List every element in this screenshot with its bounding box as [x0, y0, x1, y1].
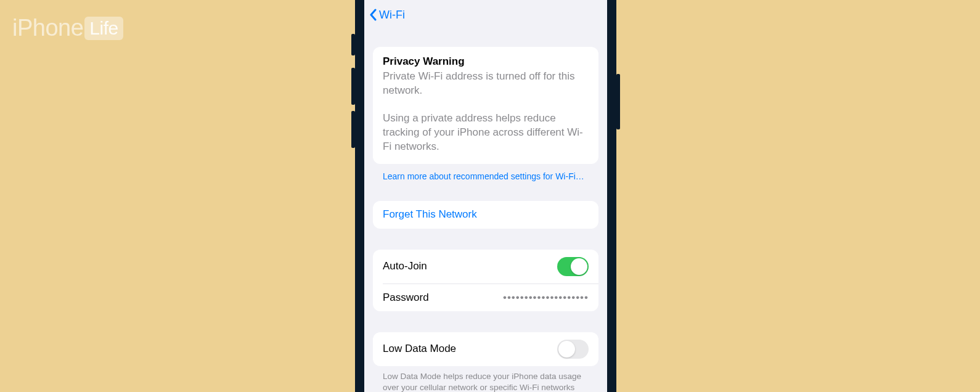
forget-network-label: Forget This Network — [383, 208, 477, 221]
low-data-toggle[interactable] — [557, 340, 589, 359]
watermark-suffix: Life — [84, 17, 123, 40]
privacy-warning-line2: Using a private address helps reduce tra… — [383, 112, 589, 154]
toggle-knob — [571, 258, 587, 275]
password-label: Password — [383, 292, 429, 304]
privacy-warning-body: Private Wi-Fi address is turned off for … — [383, 70, 589, 154]
low-data-description: Low Data Mode helps reduce your iPhone d… — [383, 371, 589, 392]
forget-network-button[interactable]: Forget This Network — [373, 201, 598, 229]
password-row[interactable]: Password •••••••••••••••••••• — [383, 284, 598, 311]
auto-join-label: Auto-Join — [383, 260, 427, 272]
network-settings-card: Auto-Join Password •••••••••••••••••••• — [373, 250, 598, 311]
back-button[interactable]: Wi-Fi — [369, 9, 405, 22]
forget-network-card: Forget This Network — [373, 201, 598, 229]
toggle-knob — [558, 341, 575, 357]
nav-bar: Wi-Fi — [364, 0, 607, 30]
privacy-warning-line1: Private Wi-Fi address is turned off for … — [383, 70, 589, 98]
password-masked: •••••••••••••••••••• — [503, 292, 589, 304]
privacy-warning-title: Privacy Warning — [383, 55, 589, 68]
chevron-left-icon — [369, 9, 377, 21]
low-data-card: Low Data Mode — [373, 332, 598, 366]
learn-more-link[interactable]: Learn more about recommended settings fo… — [383, 171, 589, 181]
settings-content: Privacy Warning Private Wi-Fi address is… — [364, 47, 607, 392]
phone-power-button — [616, 74, 620, 129]
watermark-logo: iPhoneLife — [12, 15, 123, 41]
low-data-row: Low Data Mode — [373, 332, 598, 366]
low-data-label: Low Data Mode — [383, 343, 456, 355]
privacy-warning-card: Privacy Warning Private Wi-Fi address is… — [373, 47, 598, 164]
auto-join-toggle[interactable] — [557, 257, 589, 276]
back-label: Wi-Fi — [379, 9, 405, 22]
phone-screen: Wi-Fi Privacy Warning Private Wi-Fi addr… — [364, 0, 607, 392]
watermark-brand: iPhone — [12, 15, 83, 41]
auto-join-row: Auto-Join — [373, 250, 598, 284]
